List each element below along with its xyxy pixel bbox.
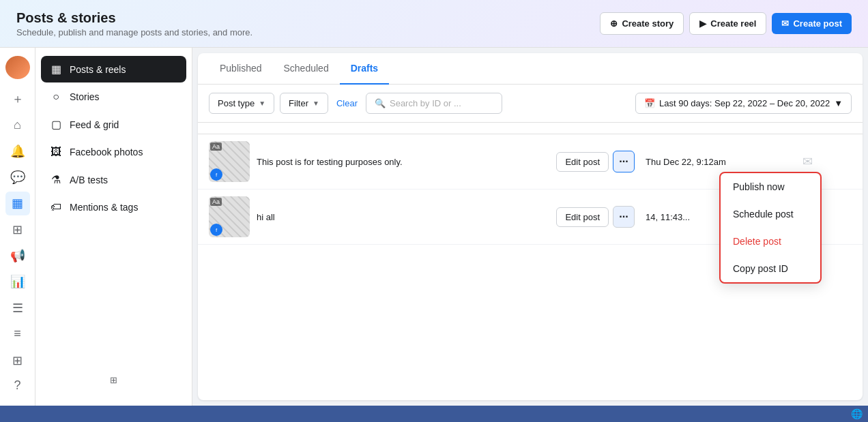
tab-scheduled[interactable]: Scheduled [273,53,340,85]
sidebar-item-label: Stories [70,91,100,102]
sidebar-item-posts-reels[interactable]: ▦ Posts & reels [41,56,186,82]
posts-reels-icon: ▦ [49,63,63,76]
sidebar-item-label: A/B tests [70,175,108,185]
row-actions: Edit post ··· [490,206,640,228]
more-options-button[interactable]: ··· [613,151,635,172]
search-icon: 🔍 [375,98,386,108]
table-row: Aa f This post is for testing purposes o… [198,134,863,190]
date-chevron-icon: ▼ [834,98,843,108]
sidebar-collapse-button[interactable]: ⊞ [46,367,181,392]
filters-bar: Post type ▼ Filter ▼ Clear 🔍 Search by I… [198,85,863,123]
feed-grid-icon: ▢ [49,118,63,131]
post-icon: ✉ [781,18,789,29]
table-header [198,123,863,134]
globe-bar: 🌐 [0,406,868,422]
sidebar-item-label: Posts & reels [70,64,126,75]
copy-post-id-item[interactable]: Copy post ID [721,255,820,282]
page-title: Posts & stories [16,10,252,26]
help-icon[interactable]: ? [5,373,30,397]
page-title-area: Posts & stories Schedule, publish and ma… [16,10,252,37]
edit-post-button[interactable]: Edit post [556,152,609,172]
sidebar-item-ab-tests[interactable]: ⚗ A/B tests [41,166,186,193]
notification-icon[interactable]: 🔔 [5,140,30,163]
sidebar-item-label: Feed & grid [70,119,119,130]
publish-now-item[interactable]: Publish now [721,173,820,200]
collapse-icon: ⊞ [110,375,117,385]
sidebar-item-feed-grid[interactable]: ▢ Feed & grid [41,111,186,138]
post-thumbnail: Aa f [209,141,250,182]
row-actions: Edit post ··· [490,151,640,172]
table-body: Aa f This post is for testing purposes o… [198,134,863,400]
dropdown-menu: Publish now Schedule post Delete post Co… [719,172,822,284]
content-area: Published Scheduled Drafts Post type ▼ F… [198,53,863,400]
create-reel-button[interactable]: ▶ Create reel [689,12,766,35]
reel-icon: ▶ [699,18,706,29]
grid-icon[interactable]: ⊞ [5,218,30,241]
menu-icon[interactable]: ☰ [5,296,30,319]
list-icon[interactable]: ≡ [5,322,30,346]
search-box[interactable]: 🔍 Search by ID or ... [366,93,502,114]
post-platform-badge: f [210,224,222,236]
schedule-post-item[interactable]: Schedule post [721,200,820,228]
megaphone-icon[interactable]: 📢 [5,244,30,267]
post-platform-badge: f [210,168,222,181]
story-icon: ⊕ [610,18,618,29]
home-icon[interactable]: ⌂ [5,114,30,137]
post-thumbnail: Aa f [209,196,250,237]
post-type-filter[interactable]: Post type ▼ [209,93,274,114]
analytics-icon[interactable]: 📊 [5,270,30,293]
main-layout: ＋ ⌂ 🔔 💬 ▦ ⊞ 📢 📊 ☰ ≡ ⊞ ? ▦ Posts & reels … [0,48,868,406]
ab-tests-icon: ⚗ [49,173,63,186]
content-icon[interactable]: ▦ [5,192,30,215]
nav-sidebar: ▦ Posts & reels ○ Stories ▢ Feed & grid … [35,48,192,406]
post-title: This post is for testing purposes only. [257,157,403,167]
send-icon: ✉ [802,154,813,169]
tab-published[interactable]: Published [209,53,273,85]
sidebar-toggle-icon[interactable]: ⊞ [5,348,30,373]
delete-post-item[interactable]: Delete post [721,228,820,255]
stories-icon: ○ [49,91,63,103]
more-options-button[interactable]: ··· [613,206,635,228]
date-range-filter[interactable]: 📅 Last 90 days: Sep 22, 2022 – Dec 20, 2… [635,93,852,114]
filter-chevron-icon: ▼ [313,100,319,107]
post-type-chevron-icon: ▼ [259,100,265,107]
add-icon[interactable]: ＋ [5,87,30,110]
sidebar-item-mentions-tags[interactable]: 🏷 Mentions & tags [41,194,186,220]
top-header: Posts & stories Schedule, publish and ma… [0,0,868,48]
tabs-bar: Published Scheduled Drafts [198,53,863,85]
create-post-button[interactable]: ✉ Create post [772,13,852,34]
mentions-tags-icon: 🏷 [49,201,63,213]
filter-dropdown[interactable]: Filter ▼ [280,93,328,114]
post-thumb-label: Aa [210,198,222,206]
post-thumb-label: Aa [210,142,222,151]
create-story-button[interactable]: ⊕ Create story [600,12,684,35]
header-actions: ⊕ Create story ▶ Create reel ✉ Create po… [600,12,852,35]
post-cell: Aa f hi all [209,196,490,237]
sidebar-item-stories[interactable]: ○ Stories [41,84,186,110]
calendar-icon: 📅 [644,98,655,108]
globe-icon: 🌐 [851,408,863,419]
avatar[interactable] [5,56,30,79]
post-title: hi all [257,212,275,222]
icon-sidebar: ＋ ⌂ 🔔 💬 ▦ ⊞ 📢 📊 ☰ ≡ ⊞ ? [0,48,35,406]
sidebar-item-label: Mentions & tags [70,202,138,213]
chat-icon[interactable]: 💬 [5,166,30,189]
clear-button[interactable]: Clear [334,98,360,108]
tab-drafts[interactable]: Drafts [340,53,389,85]
sidebar-item-label: Facebook photos [70,147,143,157]
date-updated-cell: Thu Dec 22, 9:12am [640,157,763,167]
page-subtitle: Schedule, publish and manage posts and s… [16,27,252,37]
status-cell: ✉ [763,154,852,169]
edit-post-button[interactable]: Edit post [556,207,609,227]
facebook-photos-icon: 🖼 [49,146,63,158]
post-cell: Aa f This post is for testing purposes o… [209,141,490,182]
sidebar-item-facebook-photos[interactable]: 🖼 Facebook photos [41,139,186,165]
